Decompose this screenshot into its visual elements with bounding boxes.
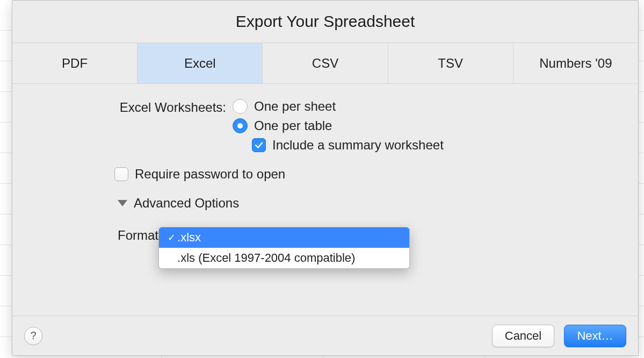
tab-tsv[interactable]: TSV: [388, 43, 513, 83]
cancel-button-label: Cancel: [505, 329, 541, 343]
format-option-xls[interactable]: .xls (Excel 1997-2004 compatible): [159, 248, 409, 268]
format-tabs: PDF Excel CSV TSV Numbers '09: [12, 43, 638, 84]
export-dialog: Export Your Spreadsheet PDF Excel CSV TS…: [12, 0, 639, 356]
help-icon: ?: [30, 330, 36, 342]
dialog-content: Excel Worksheets: One per sheet One per …: [12, 84, 638, 316]
format-option-xlsx-label: .xlsx: [177, 231, 201, 245]
radio-one-per-sheet[interactable]: [233, 99, 248, 114]
format-dropdown-menu: ✓ .xlsx .xls (Excel 1997-2004 compatible…: [158, 227, 410, 269]
tab-pdf[interactable]: PDF: [12, 43, 138, 83]
format-option-xls-label: .xls (Excel 1997-2004 compatible): [177, 251, 355, 265]
help-button[interactable]: ?: [24, 327, 42, 345]
tab-csv[interactable]: CSV: [263, 43, 388, 83]
format-label: Format: [118, 227, 158, 242]
advanced-options-label: Advanced Options: [134, 196, 239, 211]
cancel-button[interactable]: Cancel: [492, 325, 554, 347]
worksheets-label: Excel Worksheets:: [34, 98, 233, 115]
format-option-xlsx[interactable]: ✓ .xlsx: [159, 227, 409, 248]
tab-numbers09[interactable]: Numbers '09: [513, 43, 638, 83]
worksheets-radio-group: One per sheet One per table Include a su…: [233, 98, 444, 157]
next-button[interactable]: Next…: [564, 325, 626, 347]
tab-excel[interactable]: Excel: [138, 43, 263, 83]
radio-one-per-table[interactable]: [233, 118, 248, 133]
checkbox-require-password[interactable]: [114, 167, 128, 181]
checkbox-include-summary[interactable]: [252, 138, 266, 152]
radio-one-per-table-label: One per table: [254, 118, 332, 133]
require-password-label: Require password to open: [135, 167, 285, 182]
checkmark-icon: ✓: [165, 232, 177, 244]
checkmark-icon: [254, 140, 264, 150]
advanced-options-row[interactable]: Advanced Options: [118, 196, 617, 211]
disclosure-triangle-icon: [118, 200, 127, 206]
dialog-title: Export Your Spreadsheet: [12, 1, 638, 43]
dialog-footer: ? Cancel Next…: [12, 316, 638, 355]
next-button-label: Next…: [577, 329, 613, 343]
include-summary-label: Include a summary worksheet: [272, 138, 444, 153]
radio-one-per-sheet-label: One per sheet: [254, 99, 336, 114]
